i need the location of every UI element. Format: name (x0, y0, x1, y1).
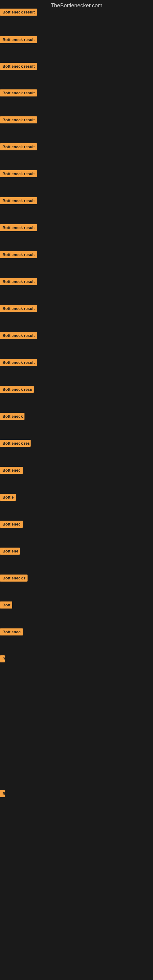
bottleneck-result-item[interactable]: Bottleneck result (0, 224, 37, 232)
bottleneck-result-item[interactable]: Bottleneck result (0, 89, 37, 98)
bottleneck-result-item[interactable]: Bottleneck result (0, 278, 37, 286)
bottleneck-badge: Bottleneck (0, 413, 24, 420)
bottleneck-badge: Bott (0, 601, 12, 609)
bottleneck-badge: Bottleneck result (0, 63, 37, 70)
bottleneck-badge: Bottleneck result (0, 197, 37, 204)
bottleneck-result-item[interactable]: Bottleneck result (0, 170, 37, 178)
bottleneck-result-item[interactable]: Bottlenec (0, 467, 23, 475)
bottleneck-badge: Bottleneck result (0, 359, 37, 366)
bottleneck-badge: Bottlenec (0, 628, 23, 635)
bottleneck-badge: Bottleneck result (0, 170, 37, 177)
bottleneck-result-item[interactable]: Bottleneck r (0, 574, 27, 583)
bottleneck-badge: Bottleneck result (0, 332, 37, 339)
bottleneck-result-item[interactable]: Bott (0, 601, 12, 610)
bottleneck-result-item[interactable]: Bottleneck (0, 413, 24, 421)
bottleneck-result-item[interactable]: Bottlenec (0, 520, 23, 529)
bottleneck-badge: Bottleneck res (0, 440, 30, 447)
bottleneck-result-item[interactable]: Bottlene (0, 547, 20, 556)
bottleneck-result-item[interactable]: Bottleneck result (0, 251, 37, 259)
bottleneck-result-item[interactable]: Bottleneck result (0, 305, 37, 313)
bottleneck-badge: Bottleneck result (0, 9, 37, 16)
bottleneck-result-item[interactable]: Bottleneck result (0, 143, 37, 151)
bottleneck-badge: Bottleneck result (0, 116, 37, 123)
bottleneck-result-item[interactable]: B (0, 790, 5, 799)
bottleneck-badge: Bottleneck result (0, 305, 37, 312)
bottleneck-badge: Bottlene (0, 547, 20, 555)
bottleneck-badge: Bottlenec (0, 520, 23, 528)
bottleneck-badge: Bottlenec (0, 467, 23, 474)
bottleneck-result-item[interactable]: Bottleneck result (0, 359, 37, 367)
bottleneck-result-item[interactable]: Bottleneck resu (0, 386, 33, 394)
bottleneck-badge: Bottleneck result (0, 143, 37, 150)
bottleneck-result-item[interactable]: Bottleneck result (0, 9, 37, 17)
bottleneck-result-item[interactable]: Bottleneck result (0, 332, 37, 340)
bottleneck-badge: B (0, 790, 5, 797)
bottleneck-badge: Bottleneck r (0, 574, 27, 582)
bottleneck-badge: B (0, 655, 5, 662)
bottleneck-badge: Bottleneck result (0, 251, 37, 258)
bottleneck-result-item[interactable]: B (0, 655, 5, 663)
bottleneck-result-item[interactable]: Bottleneck result (0, 63, 37, 71)
bottleneck-badge: Bottleneck result (0, 224, 37, 231)
bottleneck-result-item[interactable]: Bottleneck result (0, 36, 37, 45)
bottleneck-result-item[interactable]: Bottleneck result (0, 116, 37, 125)
bottleneck-result-item[interactable]: Bottlenec (0, 628, 23, 637)
bottleneck-badge: Bottleneck result (0, 278, 37, 285)
bottleneck-badge: Bottleneck result (0, 89, 37, 97)
bottleneck-badge: Bottle (0, 494, 16, 501)
bottleneck-badge: Bottleneck resu (0, 386, 33, 393)
bottleneck-badge: Bottleneck result (0, 36, 37, 43)
bottleneck-result-item[interactable]: Bottleneck res (0, 440, 30, 448)
bottleneck-result-item[interactable]: Bottleneck result (0, 197, 37, 205)
bottleneck-result-item[interactable]: Bottle (0, 494, 16, 502)
